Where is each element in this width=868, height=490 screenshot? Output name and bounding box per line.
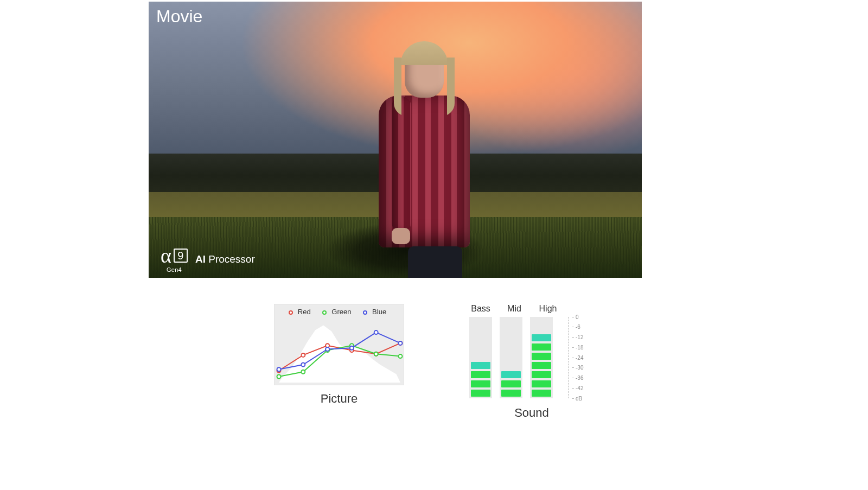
vu-segment [471, 390, 490, 397]
sound-column-labels: Bass Mid High [469, 304, 559, 314]
picture-label: Picture [321, 392, 358, 406]
svg-point-11 [399, 354, 403, 358]
vu-segment [501, 380, 521, 387]
svg-point-17 [399, 341, 403, 345]
vu-segment [471, 380, 490, 387]
processor-label-rest: Processor [208, 253, 255, 265]
svg-point-12 [277, 367, 281, 371]
sound-label-mid: Mid [503, 304, 526, 314]
picture-chart-svg [275, 321, 405, 385]
svg-point-15 [350, 346, 354, 350]
vu-segment [471, 362, 490, 369]
overlay-title: Movie [156, 7, 202, 27]
svg-point-14 [326, 347, 329, 351]
sound-chart-block: Bass Mid High 0-6-12-18-24-30-36-42dB So… [469, 304, 594, 420]
vu-segment [532, 380, 551, 387]
sound-label-bass: Bass [469, 304, 492, 314]
svg-point-6 [277, 375, 281, 379]
processor-badge-logo: α 9 Gen4 [161, 245, 188, 273]
vu-segment [501, 390, 521, 397]
picture-chart: Red Green Blue [274, 304, 404, 385]
legend-red-label: Red [298, 308, 311, 316]
legend-blue-icon [363, 310, 367, 315]
vu-segment [501, 371, 521, 378]
vu-segment [471, 371, 490, 378]
legend-green-icon [322, 310, 327, 315]
processor-badge: α 9 Gen4 AI Processor [161, 245, 255, 273]
vu-segment [532, 371, 551, 378]
svg-point-16 [374, 330, 378, 334]
vu-segment [532, 390, 551, 397]
picture-legend: Red Green Blue [275, 308, 404, 316]
legend-green-label: Green [331, 308, 351, 316]
processor-label: AI Processor [195, 253, 255, 265]
vu-segment [532, 353, 551, 360]
picture-chart-block: Red Green Blue Picture [274, 304, 404, 406]
sound-label-high: High [537, 304, 559, 314]
vu-col-high [530, 317, 553, 398]
alpha-glyph: α [161, 245, 171, 266]
vu-segment [532, 343, 551, 351]
gen-label: Gen4 [167, 267, 182, 273]
svg-point-7 [301, 370, 305, 374]
sound-chart: Bass Mid High 0-6-12-18-24-30-36-42dB [469, 304, 594, 399]
svg-point-13 [301, 363, 305, 367]
hero-image [149, 2, 642, 278]
db-scale: 0-6-12-18-24-30-36-42dB [568, 317, 583, 398]
vu-col-bass [469, 317, 492, 398]
legend-red-icon [289, 310, 293, 315]
sound-bars [469, 317, 553, 398]
nine-box: 9 [174, 249, 188, 263]
alpha-icon: α 9 [161, 245, 188, 266]
hero-figure-child [375, 46, 473, 278]
processor-label-bold: AI [195, 253, 206, 265]
sound-label: Sound [514, 406, 549, 420]
vu-segment [532, 362, 551, 369]
legend-blue-label: Blue [372, 308, 386, 316]
svg-point-10 [374, 352, 378, 356]
svg-point-1 [301, 353, 305, 357]
vu-col-mid [500, 317, 522, 398]
vu-segment [532, 334, 551, 341]
